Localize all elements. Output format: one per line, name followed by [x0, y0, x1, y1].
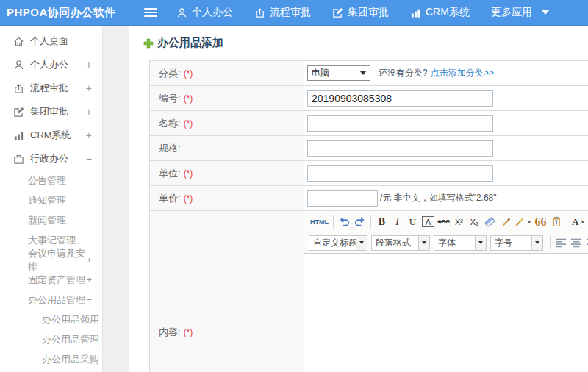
sidebar-item-crm-system[interactable]: CRM系统 +	[0, 124, 102, 147]
sidebar-item-label: CRM系统	[30, 129, 71, 142]
font-size-dropdown[interactable]: 字号	[490, 235, 543, 251]
unit-input[interactable]	[307, 165, 493, 182]
add-supplies-form: 分类:(*) 电脑 还没有分类? 点击添加分类>> 编号:(*)	[149, 60, 588, 372]
magic-wand-icon	[514, 217, 525, 227]
price-input[interactable]	[307, 190, 378, 207]
category-select[interactable]: 电脑	[307, 65, 370, 81]
collapse-icon[interactable]: −	[86, 153, 92, 165]
nav-item-group-approval[interactable]: 集团审批	[332, 6, 389, 19]
dropdown-value: 字号	[491, 237, 531, 249]
align-center-icon[interactable]	[571, 238, 582, 248]
redo-button[interactable]	[354, 215, 366, 229]
sidebar-subsubitem-supplies-claim[interactable]: 办公用品领用	[35, 310, 102, 329]
required-mark: (*)	[184, 118, 193, 129]
rich-text-editor: HTML B I U A ABC X²	[304, 211, 588, 372]
unit-label: 单位:	[159, 167, 181, 180]
sidebar-subsubitem-label: 办公用品采购	[42, 353, 99, 366]
required-mark: (*)	[184, 193, 193, 204]
app-logo: PHPOA协同办公软件	[0, 6, 132, 20]
code-label: 编号:	[159, 92, 181, 105]
spec-input[interactable]	[307, 140, 493, 157]
content-label: 内容:	[159, 326, 181, 339]
auto-typeset-button[interactable]	[514, 215, 531, 229]
sidebar-item-label: 集团审批	[30, 105, 68, 118]
nav-item-crm-system[interactable]: CRM系统	[410, 6, 470, 19]
share-box-icon	[13, 83, 24, 94]
expand-icon[interactable]: +	[86, 254, 92, 265]
collapse-icon[interactable]: −	[86, 294, 92, 305]
sidebar-subitem-notice-mgmt[interactable]: 通知管理	[0, 190, 102, 210]
custom-title-dropdown[interactable]: 自定义标题	[309, 235, 368, 251]
expand-icon[interactable]: +	[86, 82, 92, 94]
editor-content-area[interactable]	[304, 254, 588, 372]
html-source-button[interactable]: HTML	[310, 215, 329, 229]
dropdown-value: 段落格式	[372, 237, 418, 249]
expand-icon[interactable]: +	[86, 59, 92, 71]
sidebar-subitem-meeting-request[interactable]: 会议申请及安排+	[0, 250, 102, 270]
hamburger-menu-icon[interactable]	[144, 6, 157, 19]
name-label: 名称:	[159, 117, 181, 130]
subscript-button[interactable]: X₂	[468, 215, 481, 229]
sidebar-item-group-approval[interactable]: 集团审批 +	[0, 100, 102, 124]
undo-button[interactable]	[338, 215, 351, 229]
font-family-dropdown[interactable]: 字体	[434, 235, 487, 251]
sidebar-subsubitem-supplies-manage[interactable]: 办公用品管理	[35, 329, 102, 349]
sidebar-item-personal-desktop[interactable]: 个人桌面	[0, 29, 102, 53]
align-left-icon[interactable]	[556, 238, 567, 248]
sidebar-subsubitem-label: 办公用品领用	[42, 313, 99, 326]
nav-item-label: 流程审批	[270, 6, 311, 19]
brush-icon	[501, 217, 511, 227]
sidebar-subitem-label: 办公用品管理	[28, 293, 85, 307]
format-brush-button[interactable]	[499, 215, 512, 229]
sidebar-item-admin-office[interactable]: 行政办公 −	[0, 147, 102, 171]
form-row-category: 分类:(*) 电脑 还没有分类? 点击添加分类>>	[150, 61, 588, 86]
sidebar-item-label: 流程审批	[30, 82, 68, 95]
category-label: 分类:	[159, 67, 181, 80]
sidebar-subitem-label: 固定资产管理	[28, 273, 85, 287]
sidebar-subitem-fixed-assets-mgmt[interactable]: 固定资产管理+	[0, 270, 102, 290]
sidebar-subitem-announcement-mgmt[interactable]: 公告管理	[0, 171, 102, 190]
font-color-button[interactable]: A	[572, 215, 585, 229]
font-color-label: A	[572, 216, 578, 228]
eraser-icon	[484, 216, 495, 226]
sidebar-subitem-label: 会议申请及安排	[28, 247, 86, 273]
category-hint: 还没有分类?	[379, 67, 428, 79]
dropdown-caret	[531, 236, 542, 250]
add-category-link[interactable]: 点击添加分类>>	[431, 67, 494, 79]
sidebar-subitem-label: 新闻管理	[28, 214, 66, 227]
blockquote-button[interactable]: 66	[534, 215, 547, 229]
expand-icon[interactable]: +	[86, 274, 92, 285]
paste-text-button[interactable]	[550, 215, 562, 229]
nav-item-personal-office[interactable]: 个人办公	[176, 6, 233, 19]
code-input[interactable]	[307, 90, 493, 107]
form-row-content: 内容:(*) HTML B I	[150, 211, 588, 372]
sidebar-subitem-news-mgmt[interactable]: 新闻管理	[0, 210, 102, 230]
home-icon	[13, 36, 24, 47]
underline-button[interactable]: U	[406, 215, 419, 229]
user-icon	[176, 7, 187, 18]
expand-icon[interactable]: +	[86, 106, 92, 118]
price-format-hint: /元 非中文，如填写格式"2.68"	[380, 192, 497, 204]
eraser-button[interactable]	[484, 215, 496, 229]
bold-button[interactable]: B	[376, 215, 388, 229]
italic-button[interactable]: I	[391, 215, 404, 229]
name-input[interactable]	[307, 115, 493, 132]
sidebar-sub-submenu: 办公用品领用 办公用品管理 办公用品采购	[35, 310, 102, 369]
strikethrough-button[interactable]: ABC	[437, 215, 450, 229]
sidebar-subitem-office-supplies-mgmt[interactable]: 办公用品管理−	[0, 290, 102, 310]
share-box-icon	[254, 7, 265, 18]
page-title-bar: 办公用品添加	[129, 26, 588, 50]
expand-icon[interactable]: +	[86, 129, 92, 141]
required-mark: (*)	[184, 168, 193, 179]
sidebar-item-personal-office[interactable]: 个人办公 +	[0, 53, 102, 76]
nav-item-more-apps[interactable]: 更多应用	[491, 6, 549, 19]
nav-item-workflow-approval[interactable]: 流程审批	[254, 6, 311, 19]
border-text-button[interactable]: A	[422, 216, 434, 227]
sidebar-subsubitem-supplies-purchase[interactable]: 办公用品采购	[35, 349, 102, 369]
superscript-button[interactable]: X²	[453, 215, 465, 229]
nav-item-label: 集团审批	[348, 6, 389, 19]
form-row-unit: 单位:(*)	[150, 161, 588, 186]
paragraph-format-dropdown[interactable]: 段落格式	[371, 235, 430, 251]
sidebar-item-workflow-approval[interactable]: 流程审批 +	[0, 76, 102, 100]
nav-item-label: CRM系统	[426, 6, 470, 19]
